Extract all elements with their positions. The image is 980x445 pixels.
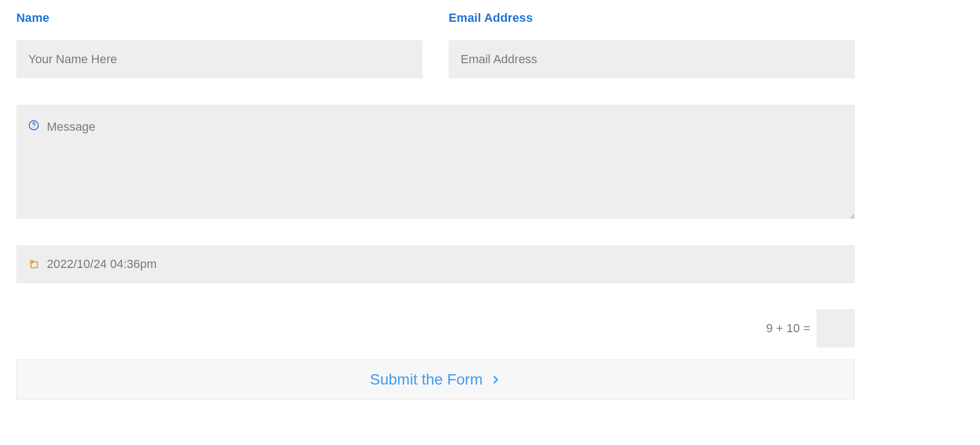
submit-button-label: Submit the Form (370, 371, 483, 388)
captcha-question: 9 + 10 = (766, 321, 810, 336)
captcha-input[interactable] (817, 309, 855, 348)
submit-button[interactable]: Submit the Form (16, 359, 855, 400)
contact-form: Name Email Address 9 + 10 = (16, 11, 855, 400)
datetime-field-group (16, 245, 855, 283)
name-label: Name (16, 11, 422, 25)
name-email-row: Name Email Address (16, 11, 855, 78)
name-input[interactable] (16, 40, 422, 78)
chevron-right-icon (490, 374, 501, 385)
email-input[interactable] (449, 40, 855, 78)
message-textarea[interactable] (16, 105, 855, 219)
email-label: Email Address (449, 11, 855, 25)
captcha-row: 9 + 10 = (16, 309, 855, 348)
name-field-group: Name (16, 11, 422, 78)
message-field-group (16, 105, 855, 219)
email-field-group: Email Address (449, 11, 855, 78)
datetime-input[interactable] (16, 245, 855, 283)
